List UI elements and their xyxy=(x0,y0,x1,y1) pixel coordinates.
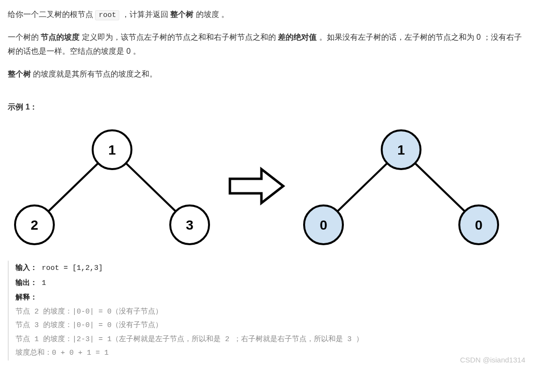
text: 定义即为，该节点左子树的节点之和和右子树节点之和的 xyxy=(82,33,278,41)
output-label: 输出： xyxy=(16,278,37,286)
node-left: 0 xyxy=(320,218,327,233)
tree-right: 1 0 0 xyxy=(297,123,505,249)
text: 的坡度就是其所有节点的坡度之和。 xyxy=(33,70,157,78)
example-heading: 示例 1： xyxy=(8,100,526,114)
bold-text: 节点的坡度 xyxy=(41,33,80,41)
explain-line: 坡度总和：0 + 0 + 1 = 1 xyxy=(16,346,526,361)
bold-text: 差的绝对值 xyxy=(278,33,317,41)
example-input-line: 输入： root = [1,2,3] xyxy=(16,261,526,276)
output-value: 1 xyxy=(42,279,46,287)
example-explain-label: 解释： xyxy=(16,290,526,305)
arrow-icon xyxy=(225,162,288,210)
node-left: 2 xyxy=(31,218,38,233)
node-right: 0 xyxy=(475,218,483,233)
explain-line: 节点 3 的坡度：|0-0| = 0（没有子节点） xyxy=(16,319,526,333)
node-root: 1 xyxy=(108,142,116,157)
explain-line: 节点 2 的坡度：|0-0| = 0（没有子节点） xyxy=(16,305,526,319)
code-root: root xyxy=(95,10,119,20)
explain-line: 节点 1 的坡度：|2-3| = 1（左子树就是左子节点，所以和是 2 ；右子树… xyxy=(16,333,526,347)
input-label: 输入： xyxy=(16,263,37,271)
problem-paragraph-2: 一个树的 节点的坡度 定义即为，该节点左子树的节点之和和右子树节点之和的 差的绝… xyxy=(8,31,526,59)
text: ，计算并返回 xyxy=(122,10,170,18)
explain-label: 解释： xyxy=(16,293,37,301)
node-right: 3 xyxy=(186,218,194,233)
node-root: 1 xyxy=(397,142,405,157)
bold-text: 整个树 xyxy=(8,70,31,78)
example-block: 输入： root = [1,2,3] 输出： 1 解释： 节点 2 的坡度：|0… xyxy=(8,261,526,361)
text: 给你一个二叉树的根节点 xyxy=(8,10,95,18)
problem-paragraph-1: 给你一个二叉树的根节点 root ，计算并返回 整个树 的坡度 。 xyxy=(8,8,526,22)
bold-text: 整个树 xyxy=(170,10,194,18)
input-value: root = [1,2,3] xyxy=(42,264,103,272)
tree-left: 1 2 3 xyxy=(8,123,216,249)
example-output-line: 输出： 1 xyxy=(16,276,526,291)
diagram-row: 1 2 3 1 0 0 xyxy=(8,123,526,249)
problem-paragraph-3: 整个树 的坡度就是其所有节点的坡度之和。 xyxy=(8,67,526,81)
text: 的坡度 。 xyxy=(196,10,229,18)
text: 一个树的 xyxy=(8,33,41,41)
